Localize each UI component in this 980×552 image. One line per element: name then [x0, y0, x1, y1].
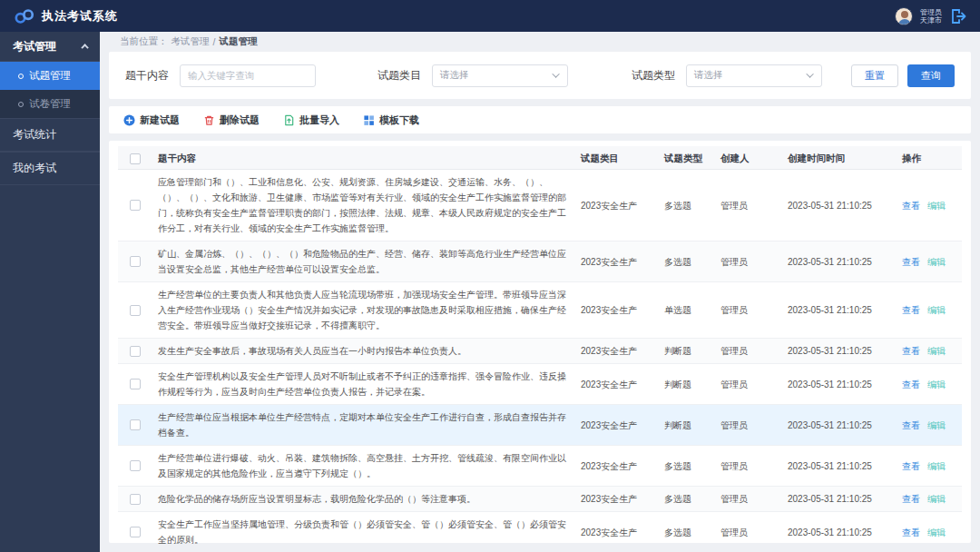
table-row: 生产经营单位应当根据本单位生产经营特点，定期对本单位安全生产工作进行自查，形成自…: [118, 405, 962, 446]
sidebar-group-exam-management[interactable]: 考试管理: [0, 32, 100, 62]
sidebar-item-paper-management[interactable]: 试卷管理: [0, 90, 100, 118]
edit-link[interactable]: 编辑: [927, 254, 946, 270]
table-row: 生产经营单位进行爆破、动火、吊装、建筑物拆除、高空悬挂、土方开挖、管线疏浚、有限…: [118, 446, 962, 487]
question-content: 生产经营单位应当根据本单位生产经营特点，定期对本单位安全生产工作进行自查，形成自…: [152, 405, 575, 445]
chevron-up-icon: [81, 44, 88, 51]
keyword-label: 题干内容: [125, 68, 169, 84]
circle-icon: [18, 74, 24, 79]
batch-import-button[interactable]: 批量导入: [283, 113, 339, 127]
row-checkbox[interactable]: [130, 419, 141, 430]
row-checkbox[interactable]: [130, 305, 141, 316]
question-category: 2023安全生产: [575, 339, 659, 363]
type-label: 试题类型: [632, 68, 675, 84]
question-category: 2023安全生产: [575, 454, 659, 478]
view-link[interactable]: 查看: [902, 418, 920, 433]
sidebar-item-question-management[interactable]: 试题管理: [0, 62, 100, 90]
table-row: 安全生产管理机构以及安全生产管理人员对不听制止或者不予纠正的违章指挥、强令冒险作…: [118, 364, 962, 405]
header-actions: 操作: [897, 146, 962, 171]
edit-link[interactable]: 编辑: [927, 458, 946, 474]
question-content: 危险化学品的储存场所应当设置明显标志，载明危险化学品的（）等注意事项。: [152, 487, 575, 511]
keyword-input[interactable]: [180, 64, 316, 87]
user-org: 天津市: [920, 16, 942, 25]
delete-question-button[interactable]: 删除试题: [203, 113, 260, 127]
import-file-icon: [283, 114, 295, 126]
question-type: 多选题: [659, 250, 715, 274]
category-label: 试题类目: [377, 68, 421, 84]
question-category: 2023安全生产: [575, 372, 659, 397]
question-created-time: 2023-05-31 21:10:25: [782, 520, 897, 545]
sidebar-item-label: 考试统计: [13, 127, 56, 143]
logout-icon[interactable]: [949, 7, 967, 25]
header-type: 试题类型: [659, 146, 715, 171]
question-type: 多选题: [659, 520, 715, 545]
breadcrumb-parent: 考试管理: [172, 35, 210, 48]
category-select-value: 请选择: [440, 69, 469, 82]
question-type: 判断题: [659, 339, 715, 363]
edit-link[interactable]: 编辑: [927, 343, 946, 359]
sidebar-item-my-exams[interactable]: 我的考试: [0, 152, 100, 185]
category-select[interactable]: 请选择: [432, 64, 568, 87]
sidebar-item-exam-statistics[interactable]: 考试统计: [0, 118, 100, 152]
question-category: 2023安全生产: [575, 298, 659, 322]
edit-link[interactable]: 编辑: [927, 491, 946, 507]
select-all-checkbox[interactable]: [130, 153, 141, 164]
question-content: 生产经营单位进行爆破、动火、吊装、建筑物拆除、高空悬挂、土方开挖、管线疏浚、有限…: [152, 446, 575, 486]
row-checkbox[interactable]: [130, 494, 141, 505]
view-link[interactable]: 查看: [902, 198, 920, 213]
question-creator: 管理员: [715, 298, 782, 322]
reset-button[interactable]: 重置: [851, 64, 898, 87]
table-row: 安全生产工作应当坚持属地管理、分级负责和管（）必须管安全、管（）必须管安全、管（…: [118, 512, 962, 552]
header-content: 题干内容: [152, 146, 575, 171]
template-download-label: 模板下载: [379, 113, 419, 127]
app-title: 执法考试系统: [42, 8, 118, 25]
question-table: 题干内容 试题类目 试题类型 创建人 创建时间时间 操作 应急管理部门和（）、工…: [109, 141, 971, 543]
view-link[interactable]: 查看: [902, 525, 920, 540]
search-button[interactable]: 查询: [907, 64, 955, 87]
row-checkbox[interactable]: [130, 256, 141, 267]
row-checkbox[interactable]: [130, 346, 141, 357]
row-checkbox[interactable]: [130, 200, 141, 211]
view-link[interactable]: 查看: [902, 377, 920, 392]
question-type: 单选题: [659, 298, 715, 322]
chevron-down-icon: [552, 70, 559, 77]
view-link[interactable]: 查看: [902, 458, 920, 474]
question-content: 安全生产管理机构以及安全生产管理人员对不听制止或者不予纠正的违章指挥、强令冒险作…: [152, 364, 575, 404]
trash-icon: [203, 114, 215, 126]
edit-link[interactable]: 编辑: [927, 418, 946, 433]
question-creator: 管理员: [715, 454, 782, 478]
view-link[interactable]: 查看: [902, 343, 920, 359]
header-creator: 创建人: [715, 146, 782, 171]
type-select[interactable]: 请选择: [686, 64, 822, 87]
edit-link[interactable]: 编辑: [927, 525, 946, 540]
edit-link[interactable]: 编辑: [927, 377, 946, 392]
question-content: 生产经营单位的主要负责人和其他负责人应当轮流现场带班，加强现场安全生产管理。带班…: [152, 282, 575, 338]
sidebar-item-label: 试题管理: [29, 69, 71, 83]
new-question-button[interactable]: 新建试题: [123, 113, 180, 127]
main-content: 当前位置： 考试管理 / 试题管理 题干内容 试题类目 请选择 试题类型 请选择: [100, 32, 980, 552]
header-user-area: 管理员 天津市: [895, 7, 967, 25]
table-toolbar: 新建试题 删除试题 批量导入: [109, 106, 971, 133]
view-link[interactable]: 查看: [902, 491, 920, 507]
question-category: 2023安全生产: [575, 487, 659, 511]
filter-bar: 题干内容 试题类目 请选择 试题类型 请选择 重置 查询: [109, 52, 971, 99]
circle-icon: [18, 102, 24, 107]
row-checkbox[interactable]: [130, 460, 141, 471]
view-link[interactable]: 查看: [902, 302, 920, 318]
question-created-time: 2023-05-31 21:10:25: [782, 487, 897, 511]
question-creator: 管理员: [715, 413, 782, 438]
edit-link[interactable]: 编辑: [927, 302, 946, 318]
question-created-time: 2023-05-31 21:10:25: [782, 454, 897, 478]
question-created-time: 2023-05-31 21:10:25: [782, 372, 897, 397]
row-checkbox[interactable]: [130, 527, 141, 537]
user-name: 管理员: [920, 8, 942, 16]
view-link[interactable]: 查看: [902, 254, 920, 270]
avatar[interactable]: [895, 7, 913, 25]
template-download-button[interactable]: 模板下载: [363, 113, 419, 127]
question-created-time: 2023-05-31 21:10:25: [782, 413, 897, 438]
chevron-down-icon: [806, 70, 813, 77]
question-type: 多选题: [659, 454, 715, 478]
edit-link[interactable]: 编辑: [927, 198, 946, 213]
row-checkbox[interactable]: [130, 379, 141, 389]
question-type: 多选题: [659, 487, 715, 511]
breadcrumb-separator: /: [213, 36, 216, 47]
